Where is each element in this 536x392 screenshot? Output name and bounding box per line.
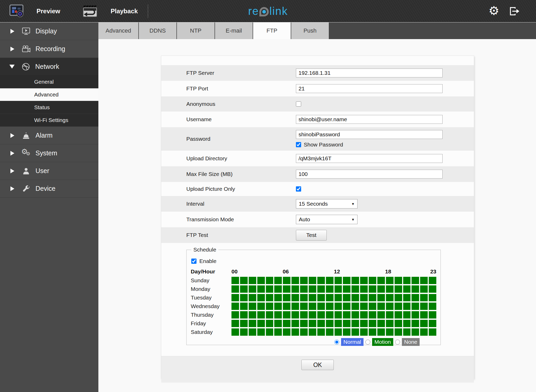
schedule-cell[interactable] bbox=[403, 328, 411, 336]
state-label-normal[interactable]: Normal bbox=[341, 338, 364, 346]
schedule-cell[interactable] bbox=[231, 320, 239, 327]
tab-ddns[interactable]: DDNS bbox=[139, 22, 176, 39]
schedule-cell[interactable] bbox=[335, 294, 342, 301]
schedule-cell[interactable] bbox=[266, 277, 273, 284]
schedule-cell[interactable] bbox=[231, 303, 239, 310]
sidebar-subitem-general[interactable]: General bbox=[0, 76, 98, 88]
sidebar-subitem-advanced[interactable]: Advanced bbox=[0, 88, 98, 101]
schedule-cell[interactable] bbox=[309, 303, 316, 310]
schedule-cell[interactable] bbox=[317, 285, 325, 293]
schedule-cell[interactable] bbox=[231, 285, 239, 293]
schedule-cell[interactable] bbox=[300, 320, 308, 327]
schedule-cell[interactable] bbox=[395, 294, 402, 301]
schedule-cell[interactable] bbox=[300, 328, 308, 336]
state-radio-motion[interactable] bbox=[365, 340, 370, 345]
schedule-cell[interactable] bbox=[360, 320, 368, 327]
schedule-cell[interactable] bbox=[257, 311, 265, 318]
schedule-cell[interactable] bbox=[300, 303, 308, 310]
schedule-cell[interactable] bbox=[412, 303, 419, 310]
sidebar-item-alarm[interactable]: Alarm bbox=[0, 127, 98, 144]
schedule-cell[interactable] bbox=[249, 294, 256, 301]
transmission-mode-select[interactable]: Auto ▼ bbox=[296, 215, 358, 224]
schedule-cell[interactable] bbox=[386, 294, 394, 301]
schedule-cell[interactable] bbox=[335, 311, 342, 318]
schedule-cell[interactable] bbox=[283, 320, 290, 327]
sidebar-subitem-status[interactable]: Status bbox=[0, 101, 98, 114]
schedule-cell[interactable] bbox=[335, 320, 342, 327]
schedule-cell[interactable] bbox=[360, 294, 368, 301]
schedule-cell[interactable] bbox=[240, 277, 248, 284]
schedule-cell[interactable] bbox=[420, 294, 428, 301]
schedule-cell[interactable] bbox=[412, 311, 419, 318]
playback-nav-button[interactable]: Playback bbox=[111, 0, 138, 22]
schedule-cell[interactable] bbox=[377, 294, 385, 301]
tab-ntp[interactable]: NTP bbox=[177, 22, 215, 39]
schedule-cell[interactable] bbox=[412, 328, 419, 336]
schedule-cell[interactable] bbox=[249, 285, 256, 293]
schedule-cell[interactable] bbox=[283, 285, 290, 293]
schedule-cell[interactable] bbox=[352, 328, 359, 336]
schedule-cell[interactable] bbox=[240, 311, 248, 318]
schedule-cell[interactable] bbox=[386, 320, 394, 327]
playback-clapper-icon[interactable] bbox=[82, 5, 98, 19]
schedule-cell[interactable] bbox=[249, 311, 256, 318]
schedule-cell[interactable] bbox=[240, 294, 248, 301]
schedule-cell[interactable] bbox=[300, 311, 308, 318]
logout-icon[interactable] bbox=[509, 7, 520, 17]
schedule-cell[interactable] bbox=[403, 311, 411, 318]
schedule-cell[interactable] bbox=[429, 285, 436, 293]
schedule-cell[interactable] bbox=[283, 294, 290, 301]
sidebar-item-system[interactable]: ⚙⚙ System bbox=[0, 144, 98, 162]
preview-nav-button[interactable]: Preview bbox=[37, 0, 60, 22]
schedule-cell[interactable] bbox=[343, 320, 350, 327]
upload-directory-input[interactable] bbox=[296, 154, 443, 163]
schedule-cell[interactable] bbox=[291, 320, 299, 327]
schedule-cell[interactable] bbox=[231, 311, 239, 318]
schedule-cell[interactable] bbox=[420, 311, 428, 318]
schedule-cell[interactable] bbox=[395, 311, 402, 318]
schedule-cell[interactable] bbox=[326, 303, 333, 310]
schedule-cell[interactable] bbox=[369, 320, 376, 327]
schedule-cell[interactable] bbox=[291, 311, 299, 318]
schedule-cell[interactable] bbox=[335, 285, 342, 293]
schedule-cell[interactable] bbox=[369, 328, 376, 336]
schedule-cell[interactable] bbox=[352, 311, 359, 318]
schedule-cell[interactable] bbox=[360, 303, 368, 310]
schedule-cell[interactable] bbox=[377, 328, 385, 336]
schedule-cell[interactable] bbox=[326, 285, 333, 293]
schedule-cell[interactable] bbox=[317, 277, 325, 284]
sidebar-item-user[interactable]: User bbox=[0, 162, 98, 180]
schedule-cell[interactable] bbox=[429, 311, 436, 318]
schedule-cell[interactable] bbox=[412, 320, 419, 327]
schedule-cell[interactable] bbox=[300, 294, 308, 301]
schedule-cell[interactable] bbox=[274, 294, 282, 301]
schedule-cell[interactable] bbox=[429, 320, 436, 327]
schedule-cell[interactable] bbox=[360, 311, 368, 318]
schedule-cell[interactable] bbox=[326, 320, 333, 327]
schedule-cell[interactable] bbox=[326, 328, 333, 336]
schedule-cell[interactable] bbox=[274, 277, 282, 284]
schedule-cell[interactable] bbox=[317, 303, 325, 310]
schedule-cell[interactable] bbox=[240, 320, 248, 327]
schedule-cell[interactable] bbox=[309, 320, 316, 327]
schedule-cell[interactable] bbox=[240, 328, 248, 336]
schedule-cell[interactable] bbox=[300, 277, 308, 284]
schedule-cell[interactable] bbox=[403, 285, 411, 293]
schedule-cell[interactable] bbox=[283, 277, 290, 284]
schedule-cell[interactable] bbox=[352, 294, 359, 301]
schedule-cell[interactable] bbox=[335, 277, 342, 284]
upload-picture-only-checkbox[interactable] bbox=[296, 186, 301, 192]
schedule-cell[interactable] bbox=[403, 320, 411, 327]
schedule-cell[interactable] bbox=[283, 328, 290, 336]
schedule-cell[interactable] bbox=[386, 328, 394, 336]
interval-select[interactable]: 15 Seconds ▼ bbox=[296, 199, 358, 209]
schedule-cell[interactable] bbox=[240, 285, 248, 293]
schedule-cell[interactable] bbox=[420, 328, 428, 336]
schedule-cell[interactable] bbox=[291, 294, 299, 301]
schedule-enable-checkbox[interactable] bbox=[191, 259, 196, 264]
schedule-cell[interactable] bbox=[231, 277, 239, 284]
tab-email[interactable]: E-mail bbox=[215, 22, 253, 39]
schedule-cell[interactable] bbox=[369, 294, 376, 301]
schedule-cell[interactable] bbox=[386, 277, 394, 284]
schedule-cell[interactable] bbox=[420, 320, 428, 327]
